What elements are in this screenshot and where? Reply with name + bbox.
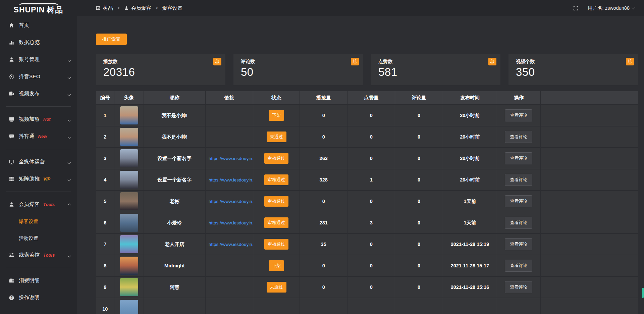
column-header-index: 编号	[96, 91, 114, 105]
comments-cell: 0	[395, 169, 443, 191]
chevron-up-icon	[68, 202, 70, 208]
comments-cell: 0	[395, 212, 443, 233]
view-comments-button[interactable]: 查看评论	[505, 174, 532, 186]
avatar	[120, 214, 138, 232]
video-link[interactable]: https://www.iesdouyin.c	[206, 242, 253, 247]
avatar-cell	[114, 255, 144, 276]
view-comments-button[interactable]: 查看评论	[505, 281, 532, 293]
status-badge[interactable]: 审核通过	[264, 174, 288, 185]
view-comments-button[interactable]: 查看评论	[505, 131, 532, 143]
stat-cards: 播放数总20316评论数总50点赞数总581视频个数总350	[96, 54, 638, 85]
sidebar-item-operation-guide[interactable]: ?操作说明	[0, 289, 77, 306]
view-comments-button[interactable]: 查看评论	[505, 238, 532, 250]
video-link[interactable]: https://www.iesdouyin.c	[206, 177, 253, 182]
sidebar-item-matrix-boost[interactable]: 矩阵助推VIP	[0, 170, 77, 188]
row-index-cell: 10	[96, 298, 114, 314]
status-badge[interactable]: 下架	[269, 110, 284, 121]
sidebar: 首页数据总览账号管理抖音SEO视频发布视频加热Hot抖客通New全媒体运营矩阵助…	[0, 16, 77, 314]
video-link[interactable]: https://www.iesdouyin.c	[206, 156, 253, 161]
breadcrumb-item-shupin[interactable]: 树品	[96, 5, 113, 11]
nickname-cell	[144, 298, 205, 314]
status-badge[interactable]: 未通过	[267, 282, 286, 293]
gear-icon	[8, 74, 14, 80]
total-badge: 总	[626, 58, 634, 65]
sliders-icon	[8, 252, 14, 258]
breadcrumb-label: 爆客设置	[162, 5, 182, 11]
table-row: 3设置一个新名字https://www.iesdouyin.c审核通过26300…	[96, 148, 638, 169]
avatar	[120, 106, 138, 124]
sidebar-item-omni-media[interactable]: 全媒体运营	[0, 153, 77, 170]
plays-cell: 0	[300, 126, 347, 148]
promo-settings-button[interactable]: 推广设置	[96, 34, 127, 45]
sidebar-item-video-heat[interactable]: 视频加热Hot	[0, 111, 77, 128]
status-cell: 审核通过	[253, 191, 300, 212]
view-comments-button[interactable]: 查看评论	[505, 217, 532, 229]
breadcrumb-label: 会员爆客	[131, 5, 151, 11]
status-badge[interactable]: 下架	[269, 260, 284, 271]
video-link[interactable]: https://www.iesdouyin.c	[206, 199, 253, 204]
nickname-cell: 我不是小帅!	[144, 126, 205, 148]
sidebar-item-video-publish[interactable]: 视频发布	[0, 85, 77, 102]
sidebar-item-doukertong[interactable]: 抖客通New	[0, 128, 77, 145]
likes-cell: 0	[347, 233, 395, 255]
stat-card-value: 50	[241, 66, 356, 78]
sidebar-item-badge: Tools	[43, 202, 55, 207]
publish-time-cell: 2021-11-28 15:17	[443, 255, 497, 276]
video-camera-icon	[8, 91, 14, 97]
table-row: 7老人开店https://www.iesdouyin.c审核通过35002021…	[96, 233, 638, 255]
avatar	[120, 235, 138, 253]
plays-cell: 0	[300, 105, 347, 126]
row-index-cell: 6	[96, 212, 114, 233]
stat-card-videos-total: 视频个数总350	[508, 54, 638, 85]
view-comments-button[interactable]: 查看评论	[505, 260, 532, 272]
bar-chart-icon	[8, 40, 14, 46]
status-cell: 下架	[253, 255, 300, 276]
plays-cell: 0	[300, 255, 347, 276]
total-badge: 总	[351, 58, 359, 65]
sidebar-item-douyin-seo[interactable]: 抖音SEO	[0, 68, 77, 85]
filler-cell	[540, 126, 638, 148]
fullscreen-icon[interactable]	[573, 6, 578, 11]
member-icon	[8, 202, 14, 208]
breadcrumb-separator: >	[117, 6, 120, 10]
video-link[interactable]: https://www.iesdouyin.c	[206, 220, 253, 225]
status-badge[interactable]: 审核通过	[264, 153, 288, 164]
sidebar-item-home[interactable]: 首页	[0, 17, 77, 34]
sidebar-divider	[6, 268, 71, 268]
sidebar-item-label: 消费明细	[19, 277, 40, 284]
scrollbar-thumb[interactable]	[642, 288, 644, 298]
sidebar-item-member-baoke[interactable]: 会员爆客Tools	[0, 196, 77, 213]
column-header-likes: 点赞量	[347, 91, 395, 105]
status-badge[interactable]: 审核通过	[264, 196, 288, 207]
sidebar-subitem-activity-settings[interactable]: 活动设置	[0, 230, 77, 247]
actions-cell: 查看评论	[497, 105, 540, 126]
avatar	[120, 257, 138, 275]
status-badge[interactable]: 未通过	[267, 132, 286, 142]
status-cell: 未通过	[253, 276, 300, 298]
sidebar-item-clue-monitor[interactable]: 线索监控Tools	[0, 247, 77, 264]
username-value: zswodun88	[605, 5, 630, 11]
username-label: 用户名:	[588, 5, 604, 11]
view-comments-button[interactable]: 查看评论	[505, 195, 532, 207]
nickname-cell: 老彬	[144, 191, 205, 212]
question-icon: ?	[8, 295, 14, 301]
sidebar-item-account-management[interactable]: 账号管理	[0, 51, 77, 68]
table-row: 1我不是小帅!下架00020小时前查看评论	[96, 105, 638, 126]
videos-table: 编号头像昵称链接状态播放量点赞量评论量发布时间操作 1我不是小帅!下架00020…	[96, 91, 638, 314]
videos-table-wrap: 编号头像昵称链接状态播放量点赞量评论量发布时间操作 1我不是小帅!下架00020…	[96, 91, 638, 314]
breadcrumb-item-member-baoke[interactable]: 会员爆客	[124, 5, 151, 11]
nickname-cell: 设置一个新名字	[144, 148, 205, 169]
view-comments-button[interactable]: 查看评论	[505, 109, 532, 121]
status-badge[interactable]: 审核通过	[264, 239, 288, 250]
sidebar-item-consumption-detail[interactable]: 消费明细	[0, 272, 77, 289]
status-badge[interactable]: 审核通过	[264, 217, 288, 228]
status-cell: 审核通过	[253, 148, 300, 169]
sidebar-item-badge: New	[38, 134, 47, 139]
view-comments-button[interactable]: 查看评论	[505, 152, 532, 164]
actions-cell	[497, 298, 540, 314]
sidebar-item-data-overview[interactable]: 数据总览	[0, 34, 77, 51]
chevron-down-icon	[68, 176, 70, 182]
app-edit-icon	[96, 6, 101, 10]
sidebar-subitem-baoke-settings[interactable]: 爆客设置	[0, 213, 77, 230]
user-menu[interactable]: 用户名: zswodun88	[588, 5, 635, 11]
